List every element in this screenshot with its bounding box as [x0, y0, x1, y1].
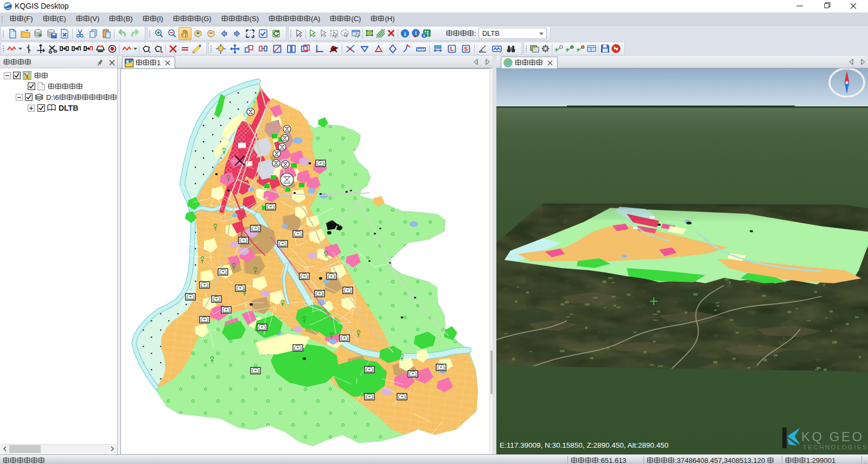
- svg-text:TECHNOLOGIES: TECHNOLOGIES: [803, 444, 868, 450]
- svg-text:i: i: [404, 30, 405, 37]
- svg-text:i: i: [415, 30, 417, 36]
- svg-text:S: S: [464, 46, 468, 52]
- svg-text:E:117.39009, N:30.15850, Z:289: E:117.39009, N:30.15850, Z:2890.450, Alt…: [500, 441, 668, 449]
- svg-text:L: L: [450, 46, 454, 52]
- svg-text:KQ GEO: KQ GEO: [801, 429, 864, 444]
- svg-text:i: i: [423, 33, 424, 39]
